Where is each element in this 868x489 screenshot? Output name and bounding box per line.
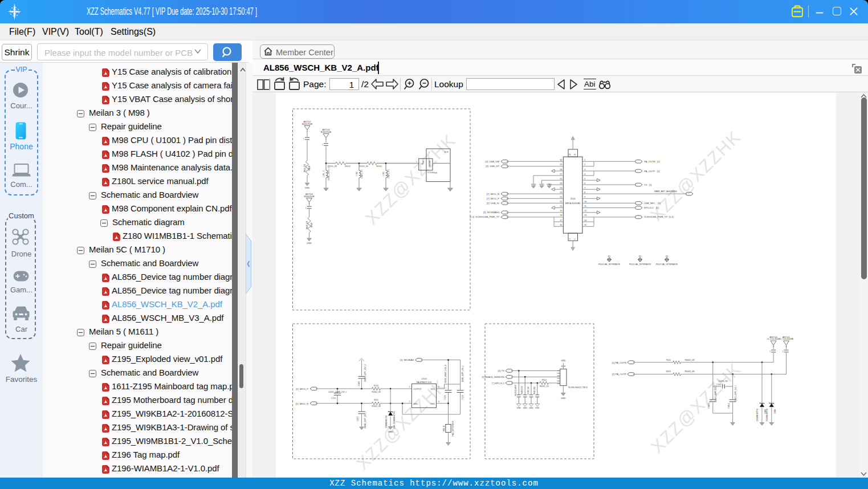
svg-text:R0201/NC: R0201/NC [533,386,536,394]
svg-text:1: 1 [322,144,323,146]
svg-text:FIDUCIAL_WITHPASTE: FIDUCIAL_WITHPASTE [598,263,621,266]
svg-text:[1] MIC0_N: [1] MIC0_N [296,402,308,405]
svg-text:13: 13 [584,214,586,217]
svg-text:F2: F2 [639,255,641,258]
svg-text:R0603_0R: R0603_0R [684,359,695,361]
svg-text:C0201_33PF_25V_J: C0201_33PF_25V_J [364,411,366,429]
svg-text:[1] PA_OUTP: [1] PA_OUTP [612,373,626,376]
svg-text:4: 4 [438,386,439,388]
svg-text:19: 19 [560,210,562,212]
svg-text:[1] TX: [1] TX [498,369,504,372]
svg-text:GND: GND [430,403,435,405]
svg-text:L101_J: L101_J [323,170,325,177]
svg-text:4: 4 [584,173,585,176]
svg-text:R0201_1K: R0201_1K [540,385,549,388]
svg-text:5: 5 [584,178,585,180]
svg-text:NA-BPA421-K16: NA-BPA421-K16 [417,381,432,384]
svg-text:C0201_100PF_25V_J: C0201_100PF_25V_J [328,391,347,393]
svg-text:C0201_NC: C0201_NC [719,380,728,382]
svg-text:GND: GND [561,360,566,362]
svg-text:R111: R111 [666,359,671,361]
svg-text:C0201_33PF_25V_J: C0201_33PF_25V_J [735,385,737,401]
svg-text:7: 7 [584,187,585,189]
svg-text:14: 14 [584,219,586,222]
svg-text:27: 27 [560,173,562,176]
svg-text:[7] MIC0_N: [7] MIC0_N [487,193,499,195]
svg-text:[1] KB/ACK_SENSOR0: [1] KB/ACK_SENSOR0 [482,376,504,378]
svg-text:[2] USB_DP: [2] USB_DP [486,165,499,168]
svg-text:CS0805/05TSG: CS0805/05TSG [385,415,388,428]
svg-text:[1] MIC0_P: [1] MIC0_P [296,388,308,390]
svg-text:3: 3 [584,169,585,171]
svg-text:C0201_33PF_25V_J: C0201_33PF_25V_J [364,364,366,382]
svg-text:21: 21 [560,201,562,203]
svg-text:2: 2 [429,152,430,154]
svg-text:24: 24 [560,187,562,189]
svg-text:R111: R111 [374,399,378,401]
svg-text:C106: C106 [716,384,721,386]
svg-text:R321: R321 [666,370,671,373]
svg-text:GND: GND [305,186,310,189]
svg-text:[1] MOSMAS0: [1] MOSMAS0 [483,211,500,214]
svg-text:R0201_0R: R0201_0R [328,165,337,168]
svg-text:C170: C170 [331,397,336,400]
svg-text:C1061: C1061 [708,403,710,409]
svg-text:C0201_33PF_25V_J: C0201_33PF_25V_J [715,385,717,401]
svg-text:C126: C126 [358,381,360,386]
svg-text:1: 1 [305,207,307,209]
svg-text:20: 20 [560,205,562,207]
svg-text:XT2000app: XT2000app [427,172,437,174]
svg-text:ESD080-08TRG: ESD080-08TRG [766,408,768,421]
svg-text:C0201_100NF_6.3V_K: C0201_100NF_6.3V_K [445,364,447,383]
svg-text:GND: GND [547,183,552,186]
svg-text:1: 1 [783,351,784,353]
svg-text:C123: C123 [462,395,464,400]
svg-text:GND: GND [388,430,393,433]
svg-text:GND: GND [517,407,521,409]
svg-text:C1012: C1012 [728,403,730,409]
svg-text:11: 11 [584,205,586,207]
svg-text:9: 9 [584,196,585,198]
svg-text:PAD_DIFFERENT: PAD_DIFFERENT [452,421,454,437]
svg-text:L0201_39NH_J: L0201_39NH_J [328,167,330,180]
svg-text:C122: C122 [444,395,446,400]
svg-text:12: 12 [584,210,586,212]
svg-text:2: 2 [584,164,585,166]
svg-text:USB_NFC [2]: USB_NFC [2] [644,202,661,205]
svg-text:FIDUCIAL_WITHPASTE: FIDUCIAL_WITHPASTE [629,263,651,266]
svg-text:GND: GND [529,407,533,409]
svg-text:VDD: VDD [430,388,435,390]
svg-text:B1800/900B: B1800/900B [321,131,332,133]
svg-text:GND: GND [413,403,418,405]
svg-text:GND: GND [523,407,527,409]
svg-text:[1] PA_OUTN: [1] PA_OUTN [612,361,626,364]
svg-text:1: 1 [574,238,576,239]
svg-text:GND: GND [561,397,566,400]
svg-text:GND: GND [422,160,425,164]
svg-text:25: 25 [560,178,562,180]
svg-text:2CHG/USB_PWR_TP [1,2]: 2CHG/USB_PWR_TP [1,2] [644,215,674,218]
svg-text:D101 ESD0805/8TRG: D101 ESD0805/8TRG [393,411,396,429]
svg-text:W108: W108 [308,165,311,170]
svg-text:28: 28 [560,169,562,171]
svg-text:GND: GND [307,242,312,244]
svg-text:F1: F1 [608,255,610,258]
svg-text:C0201_NC: C0201_NC [527,386,529,395]
svg-text:C177: C177 [357,417,359,421]
svg-text:[7] MIC0_P: [7] MIC0_P [487,197,499,200]
svg-text:2: 2 [569,238,571,239]
svg-text:[1] MICBIAS: [1] MICBIAS [400,358,414,361]
svg-text:23: 23 [560,191,562,194]
svg-text:6: 6 [584,182,585,185]
svg-text:SL300-S0021-TW-6: SL300-S0021-TW-6 [568,386,588,389]
svg-text:R115: R115 [374,385,378,387]
svg-text:LS_4-00-40448: LS_4-00-40448 [767,338,780,340]
svg-text:1: 1 [303,138,304,140]
svg-text:ESD080-08TRG: ESD080-08TRG [756,408,759,421]
svg-text:GND: GND [429,163,431,168]
svg-text:22: 22 [560,196,562,198]
svg-text:R03_0: R03_0 [443,426,445,431]
svg-text:R0102: R0102 [345,165,351,168]
svg-text:L102: L102 [356,172,358,176]
svg-text:FIDUCIAL_WITHPASTE: FIDUCIAL_WITHPASTE [656,263,678,266]
